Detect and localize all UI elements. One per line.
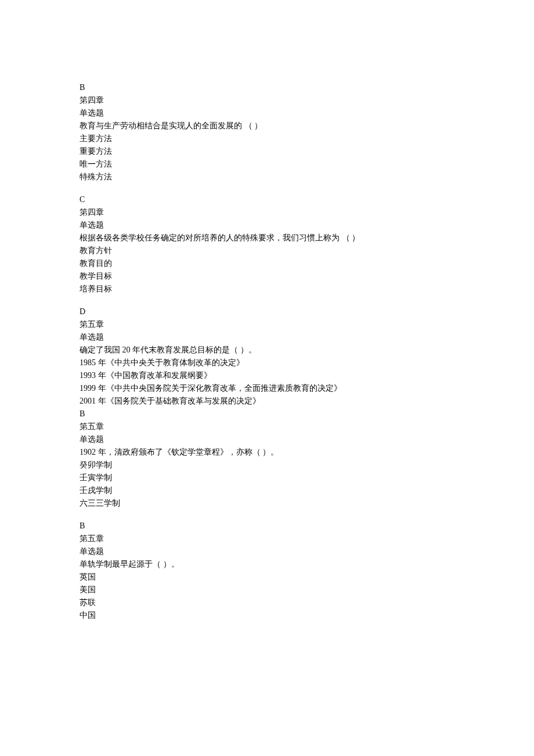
text-line: 第五章 xyxy=(80,532,454,545)
text-line: 单选题 xyxy=(80,107,454,119)
text-line: 第五章 xyxy=(80,318,454,330)
text-line: 确定了我国 20 年代末教育发展总目标的是（ ）。 xyxy=(80,344,454,356)
text-line: B xyxy=(80,81,454,93)
question-block: B第五章单选题单轨学制最早起源于（ ）。英国美国苏联中国 xyxy=(80,520,454,621)
text-line: 单选题 xyxy=(80,433,454,445)
text-line: 1902 年，清政府颁布了《钦定学堂章程》，亦称（ ）。 xyxy=(80,446,454,458)
text-line: 教育目的 xyxy=(80,257,454,269)
text-line: 唯一方法 xyxy=(80,158,454,170)
text-line: 六三三学制 xyxy=(80,497,454,509)
question-block: B第四章单选题教育与生产劳动相结合是实现人的全面发展的 （ ）主要方法重要方法唯… xyxy=(80,81,454,183)
text-line: 1993 年《中国教育改革和发展纲要》 xyxy=(80,369,454,381)
text-line: 2001 年《国务院关于基础教育改革与发展的决定》 xyxy=(80,395,454,407)
text-line: B xyxy=(80,408,454,420)
question-block: D第五章单选题确定了我国 20 年代末教育发展总目标的是（ ）。1985 年《中… xyxy=(80,305,454,509)
text-line: 根据各级各类学校任务确定的对所培养的人的特殊要求，我们习惯上称为 （ ） xyxy=(80,232,454,244)
text-line: 苏联 xyxy=(80,596,454,609)
text-line: 特殊方法 xyxy=(80,171,454,183)
text-line: 主要方法 xyxy=(80,132,454,145)
text-line: 壬戌学制 xyxy=(80,484,454,496)
text-line: 英国 xyxy=(80,571,454,583)
document-content: B第四章单选题教育与生产劳动相结合是实现人的全面发展的 （ ）主要方法重要方法唯… xyxy=(80,81,454,621)
text-line: D xyxy=(80,305,454,318)
text-line: 单选题 xyxy=(80,219,454,231)
text-line: 教育方针 xyxy=(80,244,454,257)
text-line: 培养目标 xyxy=(80,283,454,295)
text-line: 壬寅学制 xyxy=(80,471,454,484)
text-line: 第四章 xyxy=(80,94,454,106)
text-line: 1999 年《中共中央国务院关于深化教育改革，全面推进素质教育的决定》 xyxy=(80,382,454,394)
text-line: 单选题 xyxy=(80,545,454,557)
question-block: C第四章单选题根据各级各类学校任务确定的对所培养的人的特殊要求，我们习惯上称为 … xyxy=(80,193,454,295)
text-line: 教育与生产劳动相结合是实现人的全面发展的 （ ） xyxy=(80,120,454,132)
text-line: C xyxy=(80,193,454,206)
text-line: 癸卯学制 xyxy=(80,459,454,471)
text-line: B xyxy=(80,520,454,532)
text-line: 第四章 xyxy=(80,206,454,218)
text-line: 教学目标 xyxy=(80,270,454,282)
text-line: 重要方法 xyxy=(80,145,454,157)
text-line: 第五章 xyxy=(80,420,454,433)
text-line: 中国 xyxy=(80,609,454,621)
text-line: 单选题 xyxy=(80,331,454,343)
text-line: 美国 xyxy=(80,584,454,596)
text-line: 单轨学制最早起源于（ ）。 xyxy=(80,558,454,570)
text-line: 1985 年《中共中央关于教育体制改革的决定》 xyxy=(80,357,454,369)
